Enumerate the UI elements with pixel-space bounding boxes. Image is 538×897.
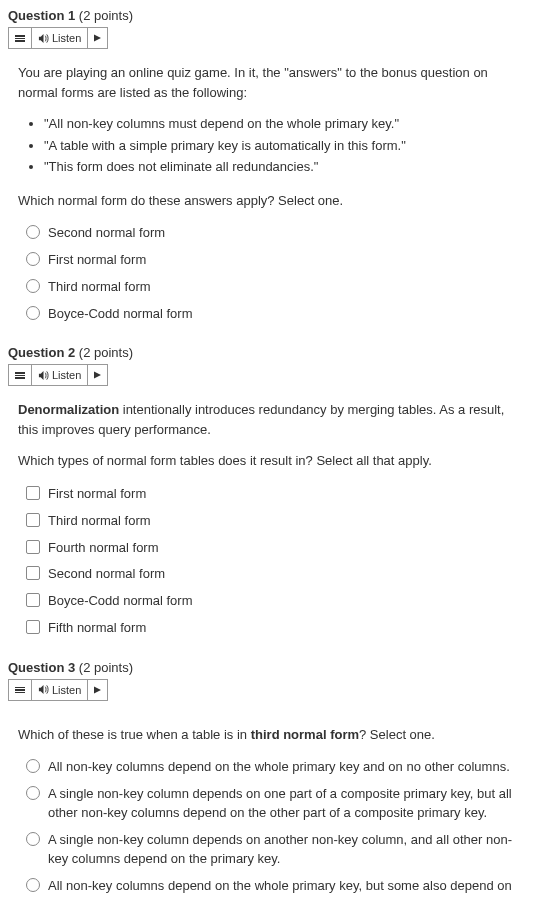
question-1: Question 1 (2 points) Listen You are pla… <box>8 8 530 323</box>
choice-label: Third normal form <box>48 512 151 531</box>
choice-option[interactable]: First normal form <box>26 251 524 270</box>
menu-icon <box>15 686 25 694</box>
choice-option[interactable]: All non-key columns depend on the whole … <box>26 758 524 777</box>
listen-button[interactable]: Listen <box>32 28 88 48</box>
question-title: Question 1 <box>8 8 75 23</box>
question-intro: You are playing an online quiz game. In … <box>18 63 524 102</box>
choice-label: Fourth normal form <box>48 539 159 558</box>
choice-list: Second normal form First normal form Thi… <box>18 224 524 323</box>
choice-label: Boyce-Codd normal form <box>48 305 193 324</box>
radio-icon <box>26 759 40 773</box>
menu-button[interactable] <box>9 28 32 48</box>
question-toolbar: Listen <box>8 364 108 386</box>
choice-option[interactable]: Second normal form <box>26 224 524 243</box>
radio-icon <box>26 832 40 846</box>
listen-label: Listen <box>52 369 81 381</box>
checkbox-icon <box>26 486 40 500</box>
prompt-post: ? Select one. <box>359 727 435 742</box>
prompt-pre: Which of these is true when a table is i… <box>18 727 251 742</box>
choice-option[interactable]: Boyce-Codd normal form <box>26 305 524 324</box>
checkbox-icon <box>26 540 40 554</box>
checkbox-icon <box>26 513 40 527</box>
choice-list: All non-key columns depend on the whole … <box>18 758 524 897</box>
play-icon <box>94 34 101 42</box>
choice-label: Second normal form <box>48 565 165 584</box>
choice-option[interactable]: A single non-key column depends on anoth… <box>26 831 524 869</box>
question-header: Question 3 (2 points) <box>8 660 530 675</box>
radio-icon <box>26 786 40 800</box>
question-prompt: Which normal form do these answers apply… <box>18 191 524 211</box>
choice-label: Second normal form <box>48 224 165 243</box>
choice-label: First normal form <box>48 251 146 270</box>
clue-item: "This form does not eliminate all redund… <box>44 157 524 177</box>
choice-option[interactable]: Third normal form <box>26 278 524 297</box>
radio-icon <box>26 225 40 239</box>
play-icon <box>94 686 101 694</box>
choice-label: A single non-key column depends on one p… <box>48 785 524 823</box>
question-points: (2 points) <box>79 345 133 360</box>
question-prompt: Which of these is true when a table is i… <box>18 725 524 745</box>
radio-icon <box>26 306 40 320</box>
question-body: You are playing an online quiz game. In … <box>8 63 530 323</box>
sound-icon <box>38 370 49 381</box>
play-button[interactable] <box>88 28 107 48</box>
choice-label: Boyce-Codd normal form <box>48 592 193 611</box>
choice-option[interactable]: Third normal form <box>26 512 524 531</box>
menu-button[interactable] <box>9 365 32 385</box>
menu-icon <box>15 371 25 379</box>
sound-icon <box>38 684 49 695</box>
choice-option[interactable]: Second normal form <box>26 565 524 584</box>
question-3: Question 3 (2 points) Listen Which of th… <box>8 660 530 897</box>
choice-option[interactable]: A single non-key column depends on one p… <box>26 785 524 823</box>
menu-icon <box>15 34 25 42</box>
question-body: Denormalization intentionally introduces… <box>8 400 530 638</box>
clue-item: "All non-key columns must depend on the … <box>44 114 524 134</box>
prompt-bold: third normal form <box>251 727 359 742</box>
listen-label: Listen <box>52 684 81 696</box>
question-title: Question 2 <box>8 345 75 360</box>
checkbox-icon <box>26 593 40 607</box>
clue-list: "All non-key columns must depend on the … <box>44 114 524 177</box>
choice-option[interactable]: Boyce-Codd normal form <box>26 592 524 611</box>
radio-icon <box>26 252 40 266</box>
sound-icon <box>38 33 49 44</box>
question-header: Question 2 (2 points) <box>8 345 530 360</box>
choice-option[interactable]: Fifth normal form <box>26 619 524 638</box>
checkbox-icon <box>26 566 40 580</box>
menu-button[interactable] <box>9 680 32 700</box>
question-prompt: Which types of normal form tables does i… <box>18 451 524 471</box>
radio-icon <box>26 878 40 892</box>
question-toolbar: Listen <box>8 27 108 49</box>
choice-option[interactable]: First normal form <box>26 485 524 504</box>
clue-item: "A table with a simple primary key is au… <box>44 136 524 156</box>
choice-label: First normal form <box>48 485 146 504</box>
question-intro: Denormalization intentionally introduces… <box>18 400 524 439</box>
question-title: Question 3 <box>8 660 75 675</box>
checkbox-icon <box>26 620 40 634</box>
listen-button[interactable]: Listen <box>32 365 88 385</box>
choice-list: First normal form Third normal form Four… <box>18 485 524 638</box>
question-points: (2 points) <box>79 8 133 23</box>
question-header: Question 1 (2 points) <box>8 8 530 23</box>
question-toolbar: Listen <box>8 679 108 701</box>
choice-option[interactable]: Fourth normal form <box>26 539 524 558</box>
intro-bold: Denormalization <box>18 402 119 417</box>
choice-label: Fifth normal form <box>48 619 146 638</box>
listen-label: Listen <box>52 32 81 44</box>
choice-label: A single non-key column depends on anoth… <box>48 831 524 869</box>
choice-label: All non-key columns depend on the whole … <box>48 877 524 897</box>
play-button[interactable] <box>88 680 107 700</box>
question-body: Which of these is true when a table is i… <box>8 725 530 897</box>
question-2: Question 2 (2 points) Listen Denormaliza… <box>8 345 530 638</box>
play-icon <box>94 371 101 379</box>
choice-option[interactable]: All non-key columns depend on the whole … <box>26 877 524 897</box>
play-button[interactable] <box>88 365 107 385</box>
choice-label: Third normal form <box>48 278 151 297</box>
choice-label: All non-key columns depend on the whole … <box>48 758 510 777</box>
listen-button[interactable]: Listen <box>32 680 88 700</box>
radio-icon <box>26 279 40 293</box>
question-points: (2 points) <box>79 660 133 675</box>
